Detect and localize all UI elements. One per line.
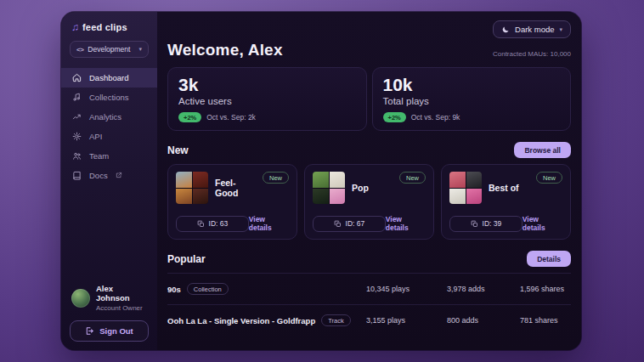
new-badge: New	[399, 172, 426, 184]
browse-all-button[interactable]: Browse all	[514, 142, 571, 158]
adds-cell: 3,978 adds	[447, 285, 520, 293]
stat-card-active-users: 3k Active users +2% Oct vs. Sep: 2k	[167, 67, 367, 131]
home-icon	[72, 73, 82, 82]
sign-out-button[interactable]: Sign Out	[70, 320, 149, 342]
popular-table: 90s Collection 10,345 plays 3,978 adds 1…	[167, 273, 571, 336]
copy-icon	[471, 220, 478, 228]
sidebar-item-dashboard[interactable]: Dashboard	[61, 68, 157, 88]
sidebar-item-label: Analytics	[89, 112, 121, 122]
topbar: Dark mode ▾	[167, 20, 571, 38]
moon-icon	[501, 25, 510, 34]
view-details-link[interactable]: View details	[386, 215, 426, 232]
stat-compare: Oct vs. Sep: 2k	[206, 113, 256, 122]
music-note-icon	[72, 93, 82, 102]
card-title: Feel-Good	[215, 178, 256, 198]
sign-out-label: Sign Out	[99, 326, 133, 336]
stat-value: 10k	[383, 76, 561, 94]
contracted-maus: Contracted MAUs: 10,000	[493, 50, 571, 59]
trend-badge: +2%	[383, 112, 406, 122]
shares-cell: 1,596 shares	[520, 285, 571, 293]
stat-label: Active users	[178, 96, 356, 106]
external-link-icon	[116, 171, 122, 180]
sidebar-spacer	[61, 185, 157, 284]
popular-section-header: Popular Details	[167, 251, 571, 267]
sidebar: ♫ feed clips <> Development ▾ Dashboard …	[61, 12, 157, 350]
sidebar-item-label: API	[89, 132, 102, 141]
plays-cell: 10,345 plays	[366, 285, 447, 293]
theme-select[interactable]: Dark mode ▾	[493, 20, 571, 38]
copy-icon	[197, 220, 205, 228]
album-art-grid	[176, 172, 208, 204]
sidebar-item-label: Collections	[89, 93, 128, 102]
welcome-row: Welcome, Alex Contracted MAUs: 10,000	[167, 41, 571, 59]
card-title: Pop	[352, 183, 393, 193]
sidebar-item-docs[interactable]: Docs	[61, 166, 157, 185]
user-role: Account Owner	[96, 304, 147, 312]
music-note-icon: ♫	[71, 22, 79, 32]
row-title: Ooh La La - Single Version - Goldfrapp	[167, 316, 315, 325]
view-details-link[interactable]: View details	[523, 215, 562, 232]
stat-card-total-plays: 10k Total plays +2% Oct vs. Sep: 9k	[372, 67, 572, 131]
sidebar-item-analytics[interactable]: Analytics	[61, 107, 157, 127]
sidebar-item-label: Team	[89, 151, 109, 161]
trend-badge: +2%	[178, 112, 201, 122]
user-name: Alex Johnson	[96, 284, 147, 303]
sign-out-icon	[85, 326, 94, 336]
environment-label: Development	[88, 45, 130, 54]
new-cards-row: Feel-Good New Happy hits that lift your …	[167, 164, 571, 240]
table-row[interactable]: 90s Collection 10,345 plays 3,978 adds 1…	[167, 273, 571, 304]
app-window: ♫ feed clips <> Development ▾ Dashboard …	[61, 12, 581, 350]
gear-icon	[72, 132, 82, 141]
section-title: New	[167, 144, 189, 156]
code-icon: <>	[76, 46, 83, 54]
sidebar-item-label: Dashboard	[89, 73, 128, 82]
chevron-down-icon: ▾	[138, 46, 142, 53]
trend-chart-icon	[72, 112, 82, 122]
new-badge: New	[536, 172, 562, 184]
page-title: Welcome, Alex	[167, 41, 283, 59]
adds-cell: 800 adds	[447, 316, 520, 325]
chevron-down-icon: ▾	[559, 26, 562, 33]
collection-card-best-of: Best of New Buzzworthy hits & fan-favori…	[441, 164, 571, 240]
theme-label: Dark mode	[515, 25, 554, 34]
table-row[interactable]: Ooh La La - Single Version - Goldfrapp T…	[167, 304, 571, 336]
card-description: Chart-ready hits from top stars	[313, 210, 426, 211]
copy-id-button[interactable]: ID: 67	[313, 216, 386, 232]
stat-value: 3k	[178, 76, 356, 94]
copy-icon	[334, 220, 342, 228]
type-badge: Collection	[187, 283, 229, 295]
main-content: Dark mode ▾ Welcome, Alex Contracted MAU…	[157, 12, 581, 350]
album-art-grid	[313, 172, 345, 204]
sidebar-nav: Dashboard Collections Analytics API Team…	[61, 68, 157, 185]
sidebar-item-team[interactable]: Team	[61, 146, 157, 166]
collection-card-pop: Pop New Chart-ready hits from top stars …	[304, 164, 434, 240]
copy-id-button[interactable]: ID: 63	[176, 216, 249, 232]
sidebar-item-label: Docs	[89, 171, 108, 180]
avatar	[71, 289, 90, 308]
book-icon	[72, 171, 82, 180]
card-id: ID: 67	[346, 219, 365, 228]
collection-card-feel-good: Feel-Good New Happy hits that lift your …	[167, 164, 297, 240]
stat-compare: Oct vs. Sep: 9k	[411, 113, 460, 122]
sidebar-item-collections[interactable]: Collections	[61, 88, 157, 107]
stat-label: Total plays	[383, 96, 561, 106]
section-title: Popular	[167, 253, 206, 265]
type-badge: Track	[321, 314, 350, 326]
stats-row: 3k Active users +2% Oct vs. Sep: 2k 10k …	[167, 67, 571, 131]
plays-cell: 3,155 plays	[366, 316, 447, 325]
card-title: Best of	[489, 183, 529, 193]
card-description: Buzzworthy hits & fan-favorite throwback…	[449, 210, 562, 211]
view-details-link[interactable]: View details	[249, 215, 289, 232]
card-description: Happy hits that lift your mood	[176, 210, 289, 211]
people-icon	[72, 151, 82, 161]
card-id: ID: 39	[483, 219, 502, 228]
environment-select[interactable]: <> Development ▾	[70, 41, 149, 58]
sidebar-item-api[interactable]: API	[61, 127, 157, 146]
copy-id-button[interactable]: ID: 39	[449, 216, 523, 232]
user-profile: Alex Johnson Account Owner	[61, 284, 157, 312]
details-button[interactable]: Details	[527, 251, 571, 267]
new-section-header: New Browse all	[167, 142, 571, 158]
app-logo-text: feed clips	[82, 22, 127, 32]
card-id: ID: 63	[209, 219, 229, 228]
new-badge: New	[263, 172, 289, 184]
